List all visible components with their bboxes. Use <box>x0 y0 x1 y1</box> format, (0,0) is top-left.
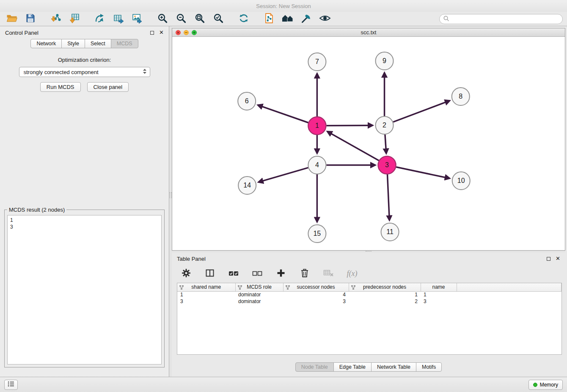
add-column-button[interactable] <box>273 267 289 280</box>
criterion-select[interactable]: strongly connected component <box>19 67 150 77</box>
graph-edge-3-11[interactable] <box>388 174 390 220</box>
home-button[interactable] <box>280 13 295 25</box>
document-share-button[interactable] <box>261 13 277 25</box>
float-table-panel-icon[interactable] <box>547 257 550 261</box>
share-network-button[interactable] <box>92 13 107 25</box>
graph-node-15[interactable]: 15 <box>308 225 326 243</box>
table-settings-button[interactable] <box>179 267 194 280</box>
tab-mcds[interactable]: MCDS <box>111 39 138 48</box>
show-hide-button[interactable] <box>317 13 333 25</box>
run-mcds-button[interactable]: Run MCDS <box>40 82 81 92</box>
float-panel-icon[interactable] <box>150 31 154 35</box>
graph-node-3[interactable]: 3 <box>378 156 396 174</box>
table-cell[interactable]: 1 <box>349 291 421 298</box>
svg-text:6: 6 <box>245 98 249 105</box>
close-panel-button[interactable]: Close panel <box>87 82 129 92</box>
open-session-button[interactable] <box>4 13 19 25</box>
table-cell[interactable]: 2 <box>349 298 421 305</box>
quick-search-field[interactable] <box>439 14 563 24</box>
delete-table-button[interactable] <box>321 267 336 280</box>
tab-style[interactable]: Style <box>61 39 85 48</box>
node-table: shared name MCDS role successor nodes pr… <box>177 283 561 305</box>
node-table-container: shared name MCDS role successor nodes pr… <box>177 283 562 355</box>
graph-edge-4-14[interactable] <box>259 168 308 182</box>
table-cell[interactable]: 3 <box>421 298 457 305</box>
graph-node-9[interactable]: 9 <box>376 52 394 70</box>
deselect-all-columns-button[interactable] <box>250 267 265 280</box>
zoom-in-button[interactable] <box>155 13 170 25</box>
vertical-splitter[interactable] <box>169 26 172 377</box>
graph-edge-1-6[interactable] <box>258 105 308 123</box>
tab-edge-table[interactable]: Edge Table <box>333 362 372 372</box>
maximize-window-icon[interactable] <box>192 30 197 35</box>
right-column: scc.txt 7968124314101511 <box>172 26 567 377</box>
import-table-button[interactable] <box>67 13 82 25</box>
graph-node-1[interactable]: 1 <box>308 117 326 135</box>
graph-node-6[interactable]: 6 <box>238 92 256 110</box>
graph-node-4[interactable]: 4 <box>308 156 326 174</box>
network-canvas[interactable]: 7968124314101511 <box>172 37 565 250</box>
graph-node-14[interactable]: 14 <box>238 177 256 194</box>
fx-icon: f(x) <box>347 269 358 278</box>
graph-edge-2-3[interactable] <box>385 135 386 153</box>
table-cell[interactable]: dominator <box>235 298 283 305</box>
table-row[interactable]: 3dominator323 <box>177 298 561 305</box>
graph-edge-1-2[interactable] <box>326 125 372 126</box>
delete-column-button[interactable] <box>297 267 312 280</box>
svg-text:3: 3 <box>385 162 389 169</box>
column-header-shared-name[interactable]: shared name <box>177 283 235 291</box>
tab-network-table[interactable]: Network Table <box>371 362 416 372</box>
close-table-panel-icon[interactable]: ✕ <box>556 257 560 261</box>
table-cell[interactable]: 4 <box>283 291 349 298</box>
column-header-successor-nodes[interactable]: successor nodes <box>283 283 349 291</box>
save-session-button[interactable] <box>23 13 38 25</box>
memory-status-icon <box>533 383 537 387</box>
import-network-button[interactable] <box>48 13 63 25</box>
export-table-button[interactable] <box>111 13 126 25</box>
graph-edge-3-10[interactable] <box>396 167 449 179</box>
close-panel-icon[interactable]: ✕ <box>159 30 164 35</box>
column-header-predecessor-nodes[interactable]: predecessor nodes <box>349 283 421 291</box>
graph-edge-2-8[interactable] <box>393 101 449 122</box>
table-cell[interactable]: 1 <box>421 291 457 298</box>
tab-select[interactable]: Select <box>85 39 111 48</box>
graph-node-2[interactable]: 2 <box>376 116 394 134</box>
graph-node-7[interactable]: 7 <box>308 53 326 71</box>
network-window-titlebar[interactable]: scc.txt <box>172 28 565 37</box>
tab-node-table[interactable]: Node Table <box>295 362 334 372</box>
select-all-columns-button[interactable] <box>226 267 241 280</box>
column-header-filler <box>457 283 561 291</box>
apply-style-button[interactable] <box>299 13 314 25</box>
task-history-button[interactable] <box>4 380 18 390</box>
column-header-mcds-role[interactable]: MCDS role <box>235 283 283 291</box>
table-cell[interactable]: dominator <box>235 291 283 298</box>
refresh-group <box>236 13 251 25</box>
table-cell[interactable]: 3 <box>177 298 235 305</box>
table-cell[interactable]: 3 <box>283 298 349 305</box>
zoom-fit-button[interactable] <box>192 13 207 25</box>
zoom-selected-button[interactable] <box>211 13 226 25</box>
table-row[interactable]: 1dominator411 <box>177 291 561 298</box>
graph-node-8[interactable]: 8 <box>452 88 470 105</box>
close-window-icon[interactable] <box>176 30 181 35</box>
graph-node-10[interactable]: 10 <box>452 172 470 190</box>
mcds-result-list[interactable]: 13 <box>7 215 162 364</box>
zoom-out-button[interactable] <box>173 13 189 25</box>
refresh-view-button[interactable] <box>236 13 251 25</box>
minimize-window-icon[interactable] <box>184 30 189 35</box>
function-builder-button[interactable]: f(x) <box>344 267 360 280</box>
export-image-button[interactable] <box>129 13 145 25</box>
column-header-name[interactable]: name <box>421 283 457 291</box>
tab-motifs[interactable]: Motifs <box>416 362 442 372</box>
horizontal-splitter[interactable] <box>172 251 565 252</box>
unchecked-boxes-icon <box>252 268 263 279</box>
table-cell[interactable]: 1 <box>177 291 235 298</box>
show-columns-button[interactable] <box>202 267 217 280</box>
file-group <box>4 13 38 25</box>
memory-button[interactable]: Memory <box>528 380 563 390</box>
graph-node-11[interactable]: 11 <box>381 223 399 241</box>
graph-edge-3-1[interactable] <box>328 132 379 160</box>
search-icon <box>443 15 449 23</box>
search-input[interactable] <box>451 16 559 22</box>
tab-network[interactable]: Network <box>30 39 62 48</box>
